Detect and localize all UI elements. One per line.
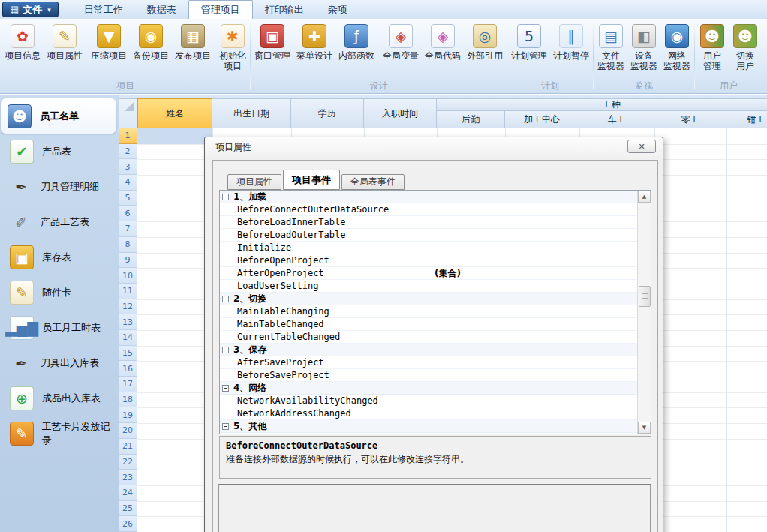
project-properties-button[interactable]: ✎项目属性 — [44, 23, 86, 62]
row-number[interactable]: 20 — [119, 423, 137, 439]
row-number[interactable]: 24 — [119, 485, 137, 501]
row-number[interactable]: 21 — [119, 439, 137, 455]
event-value[interactable] — [429, 242, 639, 254]
sidebar-item-finished-inout-table[interactable]: ⊕成品出入库表 — [0, 380, 119, 416]
row-number[interactable]: 18 — [119, 392, 137, 408]
row-number[interactable]: 5 — [119, 191, 137, 206]
event-row[interactable]: MainTableChanging — [220, 305, 639, 318]
event-row[interactable]: BeforeSaveProject — [220, 369, 639, 382]
user-manager-button[interactable]: ☻用户 管理 — [696, 23, 729, 73]
column-header[interactable]: 学历 — [291, 98, 364, 128]
event-row[interactable]: AfterSaveProject — [220, 356, 639, 369]
row-number[interactable]: 26 — [119, 516, 137, 532]
init-project-button[interactable]: ✱初始化 项目 — [216, 23, 249, 73]
sidebar-item-inventory-table[interactable]: ▣库存表 — [0, 239, 119, 275]
scroll-down-button[interactable]: ▼ — [638, 422, 651, 434]
event-row[interactable]: Initialize — [220, 242, 639, 254]
menu-tab-daily-work[interactable]: 日常工作 — [72, 0, 135, 19]
column-subheader[interactable]: 后勤 — [437, 111, 505, 128]
sidebar-item-tool-inout-table[interactable]: ✒刀具出入库表 — [0, 345, 119, 380]
event-list-scrollbar[interactable]: ▲ ▼ — [637, 191, 651, 434]
global-code-button[interactable]: ◈全局代码 — [422, 23, 464, 62]
collapse-minus-icon[interactable] — [222, 385, 229, 392]
global-variables-button[interactable]: ◈全局变量 — [380, 23, 422, 62]
backup-project-button[interactable]: ◉备份项目 — [130, 23, 172, 62]
selected-cell[interactable] — [137, 128, 212, 144]
row-number[interactable]: 16 — [119, 361, 137, 377]
sidebar-item-employee-list[interactable]: ☻员工名单 — [1, 98, 116, 134]
column-subheader[interactable]: 钳工 — [726, 111, 767, 128]
event-value[interactable] — [429, 318, 639, 330]
event-row[interactable]: BeforeOpenProject — [220, 254, 639, 267]
event-group-row[interactable]: 4、网络 — [220, 382, 639, 395]
device-monitor-button[interactable]: ◧设备 监视器 — [627, 23, 660, 73]
column-subheader[interactable]: 零工 — [654, 111, 726, 128]
network-monitor-button[interactable]: ◉网络 监视器 — [660, 23, 693, 73]
column-subheader[interactable]: 车工 — [579, 111, 654, 128]
sidebar-item-accompanying-card[interactable]: ✎随件卡 — [0, 275, 119, 310]
event-value[interactable] — [429, 254, 639, 266]
sidebar-item-product-process-table[interactable]: ✐产品工艺表 — [0, 204, 119, 239]
dialog-tab-project-events[interactable]: 项目事件 — [283, 170, 340, 190]
file-monitor-button[interactable]: ▤文件 监视器 — [594, 23, 627, 73]
event-value[interactable] — [429, 395, 639, 407]
dialog-tab-project-properties[interactable]: 项目属性 — [227, 174, 281, 190]
select-all-corner[interactable] — [119, 98, 137, 128]
event-value[interactable] — [429, 305, 639, 317]
row-number[interactable]: 17 — [119, 377, 137, 392]
sidebar-item-product-table[interactable]: ✔产品表 — [0, 134, 119, 169]
row-number[interactable]: 19 — [119, 407, 137, 423]
publish-project-button[interactable]: ▦发布项目 — [172, 23, 214, 62]
event-value[interactable] — [429, 280, 639, 292]
row-number[interactable]: 2 — [119, 144, 137, 160]
row-number[interactable]: 1 — [119, 128, 137, 144]
close-button[interactable]: ✕ — [627, 140, 656, 153]
event-code-panel[interactable] — [218, 484, 651, 532]
event-value[interactable] — [429, 203, 639, 215]
event-row[interactable]: LoadUserSetting — [220, 280, 639, 293]
column-header[interactable]: 出生日期 — [212, 98, 291, 128]
collapse-minus-icon[interactable] — [222, 347, 229, 353]
row-number[interactable]: 23 — [119, 470, 137, 485]
row-number[interactable]: 11 — [119, 284, 137, 299]
row-number[interactable]: 15 — [119, 346, 137, 362]
row-number[interactable]: 10 — [119, 268, 137, 284]
scroll-thumb[interactable] — [639, 286, 651, 307]
event-group-row[interactable]: 5、其他 — [220, 420, 639, 433]
event-row[interactable]: CurrentTableChanged — [220, 331, 639, 344]
column-group-header[interactable]: 工种 — [437, 98, 767, 111]
event-row[interactable]: BeforeConnectOuterDataSource — [220, 203, 639, 216]
event-row[interactable]: AfterOpenProject(集合) — [220, 267, 639, 280]
schedule-pause-button[interactable]: ‖计划暂停 — [550, 23, 592, 62]
event-group-row[interactable]: 1、加载 — [220, 191, 639, 203]
row-number[interactable]: 7 — [119, 221, 137, 237]
external-references-button[interactable]: ◎外部引用 — [464, 23, 506, 62]
event-value[interactable]: (集合) — [429, 267, 639, 279]
event-row[interactable]: MainTableChanged — [220, 318, 639, 331]
sidebar-item-employee-monthly-hours[interactable]: ▂▅▇员工月工时表 — [0, 310, 119, 345]
event-row[interactable]: NetworkAddressChanged — [220, 407, 639, 420]
event-value[interactable] — [429, 356, 639, 368]
row-number[interactable]: 9 — [119, 253, 137, 269]
sidebar-item-tool-management-detail[interactable]: ✒刀具管理明细 — [0, 169, 119, 204]
menu-tab-print-output[interactable]: 打印输出 — [253, 0, 316, 19]
project-info-button[interactable]: ✿项目信息 — [2, 23, 44, 62]
window-manager-button[interactable]: ▣窗口管理 — [251, 23, 293, 62]
event-group-row[interactable]: 2、切换 — [220, 293, 639, 305]
row-number[interactable]: 13 — [119, 314, 137, 330]
event-value[interactable] — [429, 331, 639, 343]
collapse-minus-icon[interactable] — [222, 194, 229, 200]
row-number[interactable]: 8 — [119, 237, 137, 253]
menu-tab-misc[interactable]: 杂项 — [316, 0, 359, 19]
event-row[interactable]: BeforeLoadInnerTable — [220, 216, 639, 229]
schedule-manager-button[interactable]: 5计划管理 — [508, 23, 550, 62]
switch-user-button[interactable]: ☻切换 用户 — [729, 23, 762, 73]
column-subheader[interactable]: 加工中心 — [505, 111, 579, 128]
row-number[interactable]: 4 — [119, 175, 137, 191]
column-header[interactable]: 入职时间 — [364, 98, 437, 128]
column-header[interactable]: 姓名 — [137, 98, 212, 128]
internal-functions-button[interactable]: ƒ内部函数 — [335, 23, 377, 62]
collapse-minus-icon[interactable] — [222, 423, 229, 430]
event-row[interactable]: BeforeLoadOuterTable — [220, 229, 639, 242]
menu-tab-data-tables[interactable]: 数据表 — [135, 0, 188, 19]
